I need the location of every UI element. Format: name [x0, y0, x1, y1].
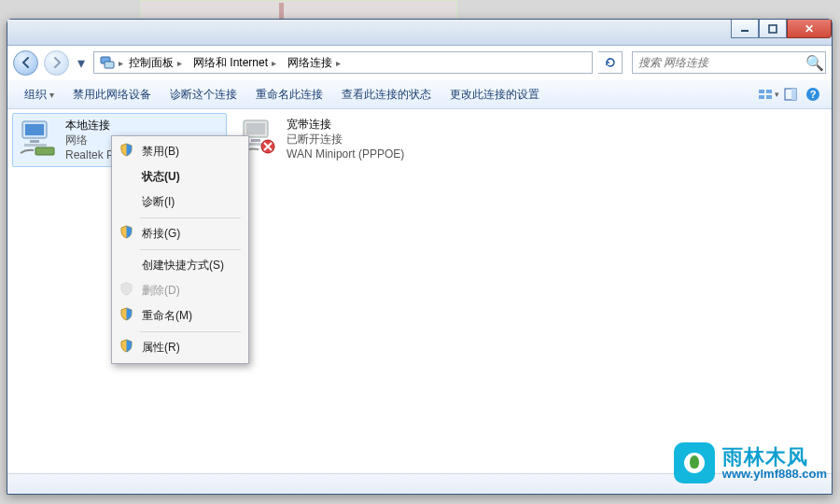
breadcrumb-network-internet[interactable]: 网络和 Internet▸	[188, 53, 282, 73]
ctx-label: 属性(R)	[142, 341, 180, 354]
window-buttons: ✕	[731, 20, 832, 38]
shield-icon	[119, 339, 133, 353]
ctx-label: 删除(D)	[142, 284, 180, 297]
maximize-button[interactable]	[759, 20, 787, 38]
breadcrumb-label: 网络和 Internet	[193, 55, 268, 71]
svg-rect-9	[791, 89, 796, 100]
svg-rect-0	[741, 30, 749, 32]
svg-rect-6	[759, 95, 764, 99]
separator	[140, 249, 241, 250]
shield-icon	[119, 307, 133, 321]
search-input[interactable]	[633, 56, 805, 69]
toolbar-label: 组织	[24, 87, 47, 103]
ctx-delete: 删除(D)	[114, 278, 246, 303]
svg-rect-15	[24, 144, 47, 147]
content-area: 本地连接 网络 Realtek PC 宽带连接 已断开连接 WAN Minipo…	[8, 109, 831, 471]
ctx-disable[interactable]: 禁用(B)	[114, 139, 246, 164]
ethernet-adapter-icon	[19, 118, 58, 157]
ctx-status[interactable]: 状态(U)	[114, 164, 246, 189]
ctx-label: 状态(U)	[142, 170, 180, 183]
history-dropdown[interactable]: ▾	[75, 52, 88, 73]
close-button[interactable]: ✕	[787, 20, 832, 38]
preview-pane-button[interactable]	[779, 83, 802, 105]
svg-rect-13	[25, 124, 44, 135]
svg-rect-19	[251, 139, 260, 142]
search-icon[interactable]: 🔍	[805, 54, 825, 72]
ctx-shortcut[interactable]: 创建快捷方式(S)	[114, 253, 246, 278]
ctx-bridge[interactable]: 桥接(G)	[114, 221, 246, 246]
breadcrumb-network-connections[interactable]: 网络连接▸	[282, 53, 346, 73]
explorer-window: ✕ ▾ ▸ 控制面板▸ 网络和 Internet▸ 网络连接▸ 🔍 组织 ▾ 禁…	[7, 19, 833, 495]
refresh-button[interactable]	[598, 51, 623, 74]
view-status-button[interactable]: 查看此连接的状态	[332, 83, 441, 106]
network-connections-icon	[99, 54, 116, 71]
svg-rect-18	[246, 123, 265, 134]
back-button[interactable]	[13, 50, 38, 76]
shield-icon	[119, 225, 133, 239]
connection-status: 已断开连接	[287, 132, 404, 147]
connection-name: 宽带连接	[287, 117, 404, 132]
breadcrumb-control-panel[interactable]: 控制面板▸	[123, 53, 188, 73]
address-bar[interactable]: ▸ 控制面板▸ 网络和 Internet▸ 网络连接▸	[93, 51, 593, 74]
shield-icon	[119, 143, 133, 157]
watermark-name: 雨林木风	[722, 446, 827, 468]
toolbar: 组织 ▾ 禁用此网络设备 诊断这个连接 重命名此连接 查看此连接的状态 更改此连…	[7, 79, 832, 109]
ctx-properties[interactable]: 属性(R)	[114, 335, 246, 360]
context-menu: 禁用(B) 状态(U) 诊断(I) 桥接(G) 创建快捷方式(S) 删除(D) …	[111, 135, 249, 364]
svg-rect-4	[759, 90, 764, 93]
search-box[interactable]: 🔍	[632, 51, 826, 74]
connection-broadband[interactable]: 宽带连接 已断开连接 WAN Miniport (PPPOE)	[234, 113, 449, 165]
ctx-diagnose[interactable]: 诊断(I)	[114, 189, 246, 215]
svg-text:?: ?	[810, 89, 817, 100]
nav-row: ▾ ▸ 控制面板▸ 网络和 Internet▸ 网络连接▸ 🔍	[7, 46, 832, 79]
watermark-text: 雨林木风 www.ylmf888.com	[722, 446, 827, 481]
connection-name: 本地连接	[65, 118, 122, 133]
ctx-label: 桥接(G)	[142, 227, 180, 240]
ctx-rename[interactable]: 重命名(M)	[114, 303, 246, 329]
ctx-label: 诊断(I)	[142, 195, 175, 208]
separator	[140, 331, 241, 332]
connection-device: WAN Miniport (PPPOE)	[287, 147, 404, 161]
svg-rect-5	[766, 90, 772, 93]
svg-rect-1	[769, 25, 777, 33]
ctx-label: 禁用(B)	[142, 145, 179, 158]
breadcrumb-label: 网络连接	[287, 55, 332, 71]
rename-button[interactable]: 重命名此连接	[246, 83, 332, 106]
minimize-button[interactable]	[731, 20, 759, 38]
watermark: 雨林木风 www.ylmf888.com	[674, 442, 827, 483]
watermark-logo-icon	[674, 442, 715, 483]
forward-button[interactable]	[44, 50, 69, 76]
change-settings-button[interactable]: 更改此连接的设置	[441, 83, 549, 106]
separator	[140, 217, 241, 218]
disable-device-button[interactable]: 禁用此网络设备	[63, 83, 161, 106]
svg-rect-3	[105, 62, 114, 68]
organize-menu[interactable]: 组织 ▾	[15, 83, 63, 106]
svg-rect-16	[35, 147, 54, 155]
ctx-label: 创建快捷方式(S)	[142, 259, 224, 272]
titlebar: ✕	[7, 20, 832, 46]
help-button[interactable]: ?	[802, 83, 824, 105]
shield-icon	[119, 282, 133, 296]
connection-text: 宽带连接 已断开连接 WAN Miniport (PPPOE)	[287, 117, 404, 161]
svg-rect-14	[30, 140, 39, 143]
diagnose-button[interactable]: 诊断这个连接	[161, 83, 246, 106]
ctx-label: 重命名(M)	[142, 309, 192, 322]
breadcrumb-label: 控制面板	[129, 55, 174, 71]
svg-rect-7	[766, 95, 772, 99]
view-options-button[interactable]: ▾	[757, 83, 779, 105]
watermark-url: www.ylmf888.com	[722, 468, 827, 481]
